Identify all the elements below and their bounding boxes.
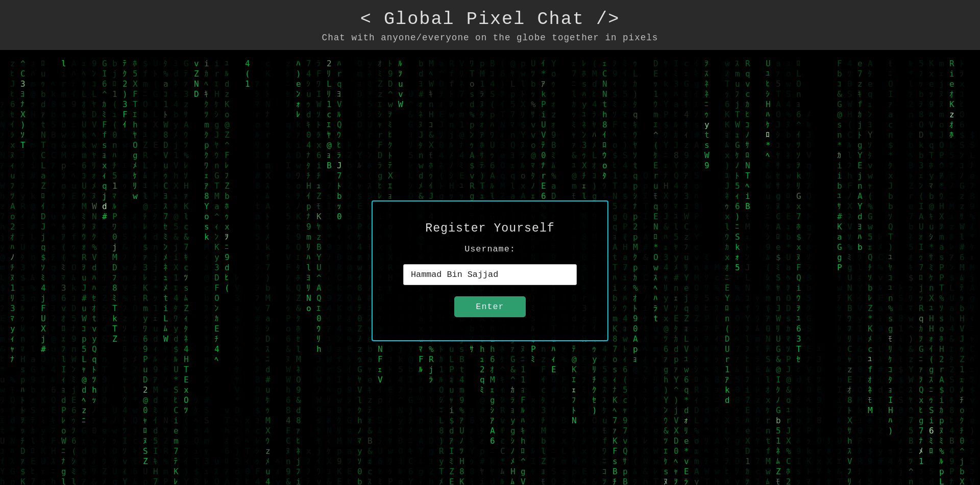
app-subtitle: Chat with anyone/everyone on the globe t…: [0, 33, 980, 43]
username-label: Username:: [464, 244, 516, 254]
app-title: < Global Pixel Chat />: [0, 9, 980, 30]
register-dialog: Register Yourself Username: Enter: [372, 200, 608, 341]
username-input[interactable]: [403, 264, 577, 285]
main-content: Register Yourself Username: Enter: [0, 56, 980, 485]
app-header: < Global Pixel Chat /> Chat with anyone/…: [0, 0, 980, 50]
register-title: Register Yourself: [425, 222, 555, 235]
enter-button[interactable]: Enter: [454, 296, 525, 317]
